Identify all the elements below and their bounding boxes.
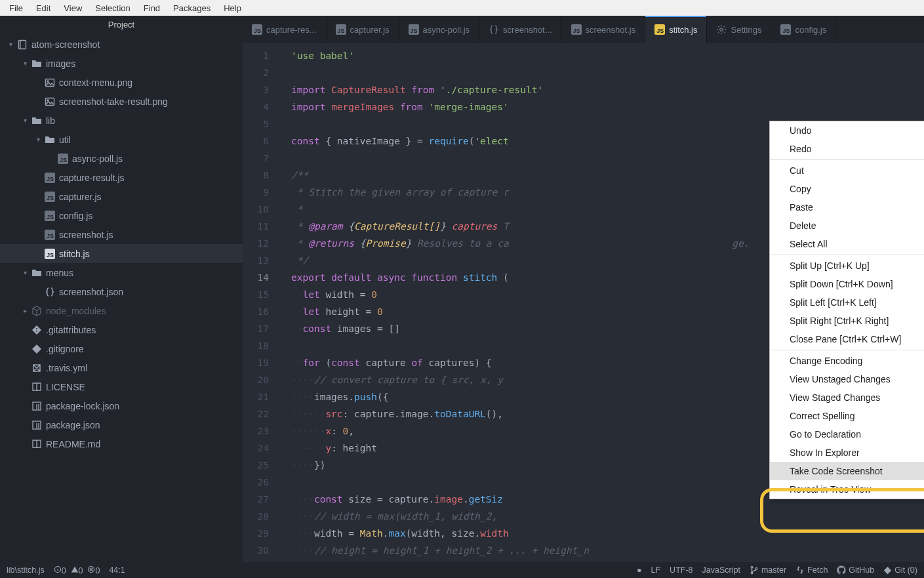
- menu-item-label: Cut: [790, 165, 804, 176]
- tab-label: capture-res...: [266, 25, 317, 35]
- tree-file-active[interactable]: JS stitch.js: [0, 244, 243, 263]
- tree-file[interactable]: .travis.yml: [0, 358, 243, 377]
- menu-item-take-code-screenshot[interactable]: Take Code Screenshot: [770, 462, 924, 480]
- tree-file[interactable]: screenshot-take-result.png: [0, 92, 243, 111]
- tree-folder-lib[interactable]: ▾ lib: [0, 111, 243, 130]
- chevron-down-icon: ▾: [33, 136, 43, 143]
- git-icon: [30, 344, 43, 354]
- chevron-down-icon: ▾: [20, 269, 30, 276]
- menu-help[interactable]: Help: [217, 2, 248, 14]
- menu-item-close-pane-ctrl-k-ctrl-w-[interactable]: Close Pane [Ctrl+K Ctrl+W]: [770, 330, 924, 348]
- tree-file[interactable]: LICENSE: [0, 377, 243, 396]
- tree-file[interactable]: JS capturer.js: [0, 187, 243, 206]
- menu-separator: [770, 350, 924, 350]
- status-path[interactable]: lib\stitch.js: [7, 566, 45, 575]
- menu-item-view-unstaged-changes[interactable]: View Unstaged Changes: [770, 370, 924, 388]
- menu-item-label: Show In Explorer: [790, 447, 860, 458]
- tree-label: screenshot.json: [59, 287, 123, 297]
- tab-screenshot-[interactable]: screenshot...: [479, 16, 561, 43]
- menu-item-reveal-in-tree-view[interactable]: Reveal in Tree ViewCtrl+Shift+\: [770, 480, 924, 499]
- menu-view[interactable]: View: [57, 2, 89, 14]
- tree-label: atom-screenshot: [31, 39, 100, 50]
- tree-file[interactable]: JS screenshot.js: [0, 225, 243, 244]
- tab-capturer-js[interactable]: JScapturer.js: [327, 16, 399, 43]
- menu-item-paste[interactable]: PasteCtrl+V: [770, 198, 924, 217]
- tab-config-js[interactable]: JSconfig.js: [771, 16, 836, 43]
- tree-file[interactable]: context-menu.png: [0, 73, 243, 92]
- tree-file[interactable]: JS config.js: [0, 206, 243, 225]
- svg-point-11: [751, 572, 753, 574]
- menu-item-view-staged-changes[interactable]: View Staged Changes: [770, 388, 924, 407]
- repo-icon: [16, 39, 29, 50]
- menu-item-split-up-ctrl-k-up-[interactable]: Split Up [Ctrl+K Up]: [770, 257, 924, 275]
- status-branch[interactable]: master: [750, 566, 786, 575]
- folder-icon: [43, 134, 56, 145]
- menu-item-copy[interactable]: CopyCtrl+C: [770, 180, 924, 198]
- menu-packages[interactable]: Packages: [167, 2, 217, 14]
- menu-file[interactable]: File: [3, 2, 30, 14]
- tree-label: screenshot-take-result.png: [59, 96, 168, 107]
- menu-item-show-in-explorer[interactable]: Show In Explorer: [770, 444, 924, 462]
- menu-selection[interactable]: Selection: [89, 2, 136, 14]
- git-icon: [30, 325, 43, 335]
- status-language[interactable]: JavaScript: [702, 566, 740, 575]
- travis-icon: [30, 363, 43, 373]
- tree-file[interactable]: package-lock.json: [0, 396, 243, 415]
- menu-item-change-encoding[interactable]: Change EncodingCtrl+Shift+U: [770, 352, 924, 370]
- tab-label: screenshot...: [503, 25, 552, 35]
- json-icon: [43, 287, 56, 297]
- js-icon: JS: [43, 192, 56, 202]
- tab-screenshot-js[interactable]: JSscreenshot.js: [562, 16, 646, 43]
- main-area: Project ▾ atom-screenshot ▾ images conte…: [0, 16, 924, 562]
- status-fetch[interactable]: Fetch: [795, 566, 828, 575]
- tree-root[interactable]: ▾ atom-screenshot: [0, 35, 243, 54]
- tab-settings[interactable]: Settings: [707, 16, 771, 43]
- chevron-right-icon: ▸: [20, 307, 30, 314]
- tree-folder-images[interactable]: ▾ images: [0, 54, 243, 73]
- menu-find[interactable]: Find: [137, 2, 167, 14]
- tree-folder-node-modules[interactable]: ▸ node_modules: [0, 301, 243, 320]
- menu-item-cut[interactable]: CutCtrl+X: [770, 161, 924, 180]
- status-cursor[interactable]: 44:1: [109, 566, 125, 575]
- menu-edit[interactable]: Edit: [30, 2, 57, 14]
- tree-file[interactable]: JS capture-result.js: [0, 168, 243, 187]
- image-icon: [43, 77, 56, 88]
- status-git[interactable]: Git (0): [883, 566, 917, 575]
- svg-rect-3: [46, 98, 54, 105]
- menu-item-split-left-ctrl-k-left-[interactable]: Split Left [Ctrl+K Left]: [770, 293, 924, 312]
- tab-stitch-js[interactable]: JSstitch.js: [645, 16, 707, 43]
- tree-label: async-poll.js: [72, 154, 123, 164]
- sync-icon: [795, 566, 805, 575]
- status-github[interactable]: GitHub: [837, 566, 874, 575]
- menu-item-go-to-declaration[interactable]: Go to Declaration: [770, 425, 924, 444]
- tree-label: stitch.js: [59, 249, 90, 259]
- menu-item-undo[interactable]: UndoCtrl+Z: [770, 121, 924, 140]
- tree-file[interactable]: JS async-poll.js: [0, 149, 243, 168]
- tree-file[interactable]: screenshot.json: [0, 282, 243, 301]
- menu-separator: [770, 255, 924, 255]
- menu-item-redo[interactable]: RedoCtrl+Y: [770, 140, 924, 158]
- js-icon: JS: [56, 154, 70, 164]
- tree-file[interactable]: .gitignore: [0, 339, 243, 358]
- tree-file[interactable]: package.json: [0, 415, 243, 434]
- js-icon: JS: [252, 24, 262, 35]
- status-eol[interactable]: LF: [651, 566, 661, 575]
- menu-item-select-all[interactable]: Select AllCtrl+A: [770, 235, 924, 253]
- menu-item-split-down-ctrl-k-down-[interactable]: Split Down [Ctrl+K Down]: [770, 275, 924, 293]
- menu-item-correct-spelling[interactable]: Correct SpellingCtrl+Shift+;: [770, 407, 924, 425]
- tree-file[interactable]: README.md: [0, 434, 243, 453]
- tree-file[interactable]: .gitattributes: [0, 320, 243, 339]
- js-icon: JS: [43, 211, 56, 221]
- tree-folder-util[interactable]: ▾ util: [0, 130, 243, 149]
- status-left: lib\stitch.js 0 0 0 44:1: [7, 566, 125, 575]
- tab-label: screenshot.js: [586, 25, 636, 35]
- menu-item-delete[interactable]: DeleteDel: [770, 217, 924, 235]
- js-icon: JS: [43, 173, 56, 183]
- tab-capture-res-[interactable]: JScapture-res...: [243, 16, 327, 43]
- menu-item-label: Paste: [790, 202, 813, 213]
- status-encoding[interactable]: UTF-8: [670, 566, 693, 575]
- tab-async-poll-js[interactable]: JSasync-poll.js: [399, 16, 480, 43]
- status-diagnostics[interactable]: 0 0 0: [54, 566, 100, 575]
- tree-folder-menus[interactable]: ▾ menus: [0, 263, 243, 282]
- menu-item-split-right-ctrl-k-right-[interactable]: Split Right [Ctrl+K Right]: [770, 312, 924, 330]
